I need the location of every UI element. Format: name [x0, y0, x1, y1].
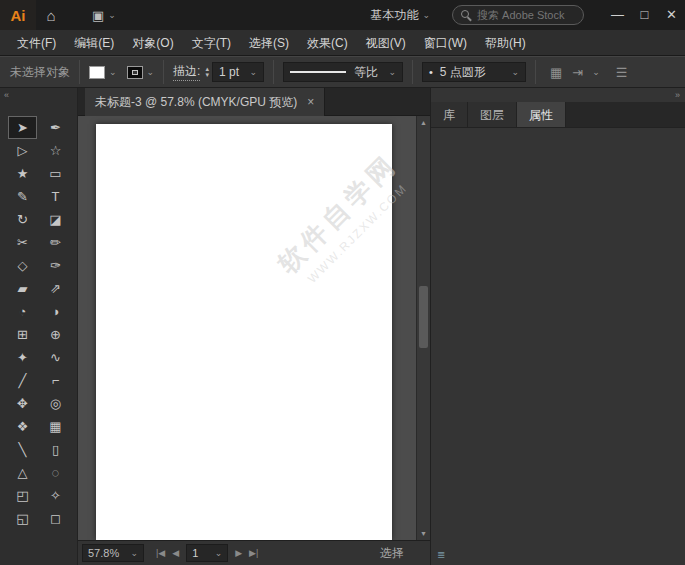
pen-tool[interactable]: ✑: [42, 255, 69, 276]
selection-tool[interactable]: ➤: [9, 117, 36, 138]
paintbrush-tool[interactable]: ✎: [9, 186, 36, 207]
stock-search[interactable]: [452, 5, 584, 25]
scroll-down-icon[interactable]: ▼: [417, 527, 430, 540]
stroke-width-value: 1 pt: [219, 65, 239, 79]
ruler-tool[interactable]: ⌐: [42, 370, 69, 391]
zoom-dropdown[interactable]: 57.8% ⌄: [82, 544, 144, 562]
rotate-tool[interactable]: ↻: [9, 209, 36, 230]
menu-effect[interactable]: 效果(C): [298, 30, 357, 56]
first-artboard-button[interactable]: |◀: [156, 548, 165, 558]
divider: [273, 60, 274, 84]
tab-libraries[interactable]: 库: [431, 102, 468, 127]
brush-dropdown[interactable]: • 5 点圆形 ⌄: [422, 62, 526, 82]
scrollbar-thumb[interactable]: [419, 286, 428, 348]
stroke-width-dropdown[interactable]: 1 pt ⌄: [212, 62, 264, 82]
symbol-sprayer-tool[interactable]: ❖: [9, 416, 36, 437]
panel-footer-icon[interactable]: ≣: [437, 549, 445, 560]
fill-color-swatch[interactable]: [89, 66, 105, 79]
document-setup-icon[interactable]: ▦: [550, 65, 562, 80]
close-button[interactable]: ✕: [658, 0, 685, 30]
scale-tool[interactable]: ⇗: [42, 278, 69, 299]
tab-properties[interactable]: 属性: [517, 102, 566, 127]
document-tab[interactable]: 未标题-3 @ 57.8% (CMYK/GPU 预览) ×: [85, 88, 325, 116]
star-tool[interactable]: ★: [9, 163, 36, 184]
menu-object[interactable]: 对象(O): [123, 30, 182, 56]
stroke-profile-preview: [290, 71, 346, 73]
last-artboard-button[interactable]: ▶|: [249, 548, 258, 558]
spiral-tool[interactable]: ◔: [9, 301, 36, 322]
perspective-grid-tool[interactable]: △: [9, 462, 36, 483]
controlbar: 未选择对象 ⌄ ⌄ 描边: ▴ ▾ 1 pt ⌄ 等比 ⌄ • 5 点圆形 ⌄ …: [0, 56, 685, 88]
eraser-tool[interactable]: ◪: [42, 209, 69, 230]
menubar: 文件(F) 编辑(E) 对象(O) 文字(T) 选择(S) 效果(C) 视图(V…: [0, 30, 685, 56]
properties-panel-body: ≣: [431, 128, 685, 565]
grid-tool[interactable]: ⊞: [9, 324, 36, 345]
pencil-tool[interactable]: ✏: [42, 232, 69, 253]
width-tool[interactable]: ◇: [9, 255, 36, 276]
menu-help[interactable]: 帮助(H): [476, 30, 535, 56]
menu-edit[interactable]: 编辑(E): [65, 30, 123, 56]
chevron-down-icon[interactable]: ⌄: [147, 67, 155, 77]
vertical-scrollbar[interactable]: ▲ ▼: [416, 116, 430, 540]
lasso-tool[interactable]: ∿: [42, 347, 69, 368]
knife-tool[interactable]: ╱: [9, 370, 36, 391]
statusbar: 57.8% ⌄ |◀ ◀ 1 ⌄ ▶ ▶| 选择: [78, 540, 430, 565]
free-transform-tool[interactable]: ◰: [9, 485, 36, 506]
width-profile-dropdown[interactable]: 等比 ⌄: [283, 62, 403, 82]
magic-wand-tool[interactable]: ☆: [42, 140, 69, 161]
menu-view[interactable]: 视图(V): [357, 30, 415, 56]
close-tab-icon[interactable]: ×: [307, 95, 314, 109]
next-artboard-button[interactable]: ▶: [235, 548, 242, 558]
stroke-color-swatch[interactable]: [127, 66, 143, 79]
artboard-number-dropdown[interactable]: 1 ⌄: [186, 544, 228, 562]
workspace-menu[interactable]: 基本功能 ⌄: [370, 7, 430, 24]
panel-menu-icon[interactable]: ☰: [616, 65, 628, 80]
stroke-width-stepper[interactable]: ▴ ▾: [205, 66, 209, 78]
maximize-button[interactable]: □: [631, 0, 658, 30]
prev-artboard-button[interactable]: ◀: [172, 548, 179, 558]
stepper-down-icon[interactable]: ▾: [205, 72, 209, 78]
artboard[interactable]: [96, 124, 392, 540]
status-mode-label: 选择: [380, 545, 404, 562]
shape-builder-tool[interactable]: ▰: [9, 278, 36, 299]
artboard-navigation: |◀ ◀ 1 ⌄ ▶ ▶|: [156, 544, 258, 562]
artboard-tool[interactable]: ▯: [42, 439, 69, 460]
collapse-tools-icon[interactable]: «: [0, 88, 77, 102]
gradient-tool[interactable]: ◑: [42, 301, 69, 322]
drawing-mode-tool[interactable]: ◻: [42, 508, 69, 529]
search-input[interactable]: [477, 9, 575, 21]
chevron-down-icon[interactable]: ⌄: [592, 67, 600, 77]
tab-layers[interactable]: 图层: [468, 102, 517, 127]
shaper-tool[interactable]: ✦: [9, 347, 36, 368]
hand-tool[interactable]: ✥: [9, 393, 36, 414]
column-graph-tool[interactable]: ▦: [42, 416, 69, 437]
collapse-panels-icon[interactable]: »: [431, 88, 685, 102]
align-options-icon[interactable]: ⇥: [572, 65, 583, 80]
home-button[interactable]: ⌂: [36, 7, 66, 24]
scroll-up-icon[interactable]: ▲: [417, 116, 430, 129]
workspace-switcher[interactable]: ▣ ⌄: [92, 8, 116, 23]
tools-panel: « ➤✒▷☆★▭✎T↻◪✂✏◇✑▰⇗◔◑⊞⊕✦∿╱⌐✥◎❖▦╲▯△◌◰✧◱◻: [0, 88, 78, 565]
eyedropper-tool[interactable]: ✧: [42, 485, 69, 506]
menu-select[interactable]: 选择(S): [240, 30, 298, 56]
zoom-tool[interactable]: ◎: [42, 393, 69, 414]
slice-tool[interactable]: ╲: [9, 439, 36, 460]
minimize-button[interactable]: —: [604, 0, 631, 30]
curvature-tool[interactable]: ✒: [42, 117, 69, 138]
brush-label: 5 点圆形: [440, 64, 486, 81]
direct-selection-tool[interactable]: ▷: [9, 140, 36, 161]
blend-tool[interactable]: ◌: [42, 462, 69, 483]
type-tool[interactable]: T: [42, 186, 69, 207]
menu-type[interactable]: 文字(T): [183, 30, 240, 56]
chevron-down-icon: ⌄: [243, 67, 257, 77]
scissors-tool[interactable]: ✂: [9, 232, 36, 253]
chevron-down-icon[interactable]: ⌄: [109, 67, 117, 77]
titlebar: Ai ⌂ ▣ ⌄ 基本功能 ⌄ — □ ✕: [0, 0, 685, 30]
fill-stroke-tool[interactable]: ◱: [9, 508, 36, 529]
mesh-tool[interactable]: ⊕: [42, 324, 69, 345]
menu-file[interactable]: 文件(F): [8, 30, 65, 56]
canvas-pasteboard: 软件自学网 WWW.RJZXW.COM ▲ ▼: [78, 116, 430, 540]
menu-window[interactable]: 窗口(W): [415, 30, 476, 56]
rectangle-tool[interactable]: ▭: [42, 163, 69, 184]
stroke-panel-link[interactable]: 描边:: [173, 63, 200, 81]
